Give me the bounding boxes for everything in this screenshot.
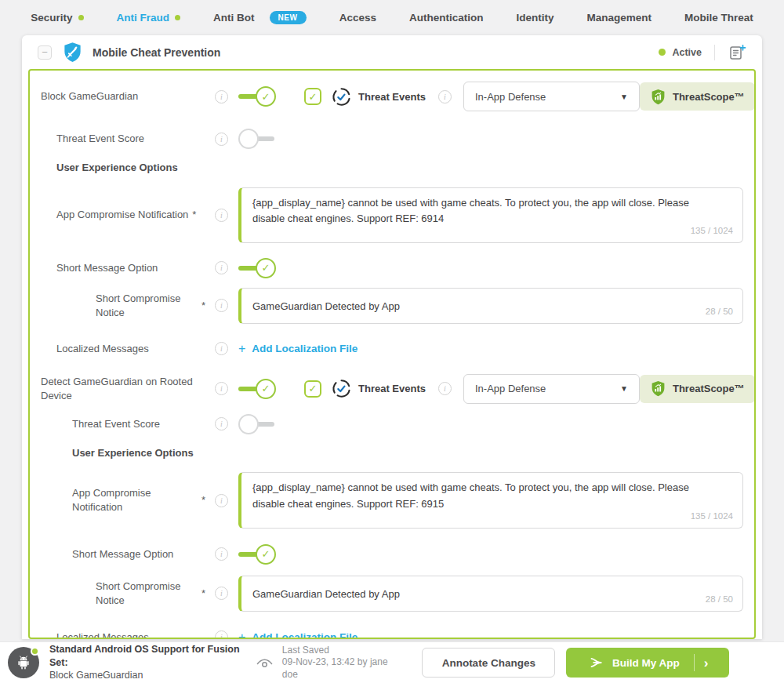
response-mode-dropdown[interactable]: In-App Defense bbox=[463, 82, 640, 111]
info-icon[interactable] bbox=[438, 90, 452, 104]
short-message-toggle[interactable] bbox=[238, 258, 276, 278]
divider bbox=[714, 45, 715, 60]
threat-events-checkbox[interactable] bbox=[304, 380, 321, 398]
green-status-dot bbox=[175, 15, 180, 20]
ux-options-heading: User Experience Options bbox=[41, 161, 743, 175]
short-notice-value: GameGuardian Detected by App bbox=[252, 588, 400, 600]
android-active-dot bbox=[31, 647, 39, 656]
info-icon[interactable] bbox=[215, 587, 228, 600]
nav-label: Anti Bot bbox=[213, 12, 254, 24]
fusion-set-subtitle: Block GameGuardian bbox=[49, 669, 255, 682]
action-footer: Standard Android OS Support for Fusion S… bbox=[0, 641, 784, 683]
notification-textarea[interactable]: {app_display_name} cannot be used with g… bbox=[238, 187, 743, 243]
info-icon[interactable] bbox=[215, 209, 228, 222]
threat-event-score-toggle[interactable] bbox=[238, 414, 276, 434]
nav-label: Security bbox=[31, 12, 72, 24]
short-message-option-row: Short Message Option bbox=[41, 258, 743, 278]
nav-item-mobile-threat[interactable]: Mobile Threat bbox=[684, 12, 753, 24]
nav-item-identity[interactable]: Identity bbox=[516, 12, 554, 24]
add-localization-link[interactable]: Add Localization File bbox=[238, 342, 358, 356]
chevron-down-icon bbox=[620, 384, 628, 393]
build-my-app-button[interactable]: Build My App bbox=[566, 648, 729, 678]
info-icon[interactable] bbox=[215, 261, 228, 274]
annotate-changes-button[interactable]: Annotate Changes bbox=[422, 648, 555, 678]
nav-label: Management bbox=[586, 12, 652, 24]
block-gameguardian-toggle[interactable] bbox=[238, 86, 276, 107]
info-icon[interactable] bbox=[215, 299, 228, 312]
nav-item-management[interactable]: Management bbox=[586, 12, 652, 24]
info-icon[interactable] bbox=[215, 342, 228, 355]
android-os-icon bbox=[8, 647, 39, 678]
threatscope-button[interactable]: ThreatScope™ bbox=[640, 375, 755, 403]
required-mark bbox=[192, 208, 196, 222]
short-message-toggle[interactable] bbox=[238, 544, 276, 565]
app-compromise-notification-row: App Compromise Notification {app_display… bbox=[41, 472, 743, 528]
response-mode-dropdown[interactable]: In-App Defense bbox=[463, 374, 640, 404]
new-badge: NEW bbox=[270, 11, 307, 24]
nav-item-security[interactable]: Security bbox=[31, 12, 83, 24]
nav-item-anti-fraud[interactable]: Anti Fraud bbox=[117, 12, 181, 24]
plus-icon bbox=[238, 342, 245, 356]
fusion-set-title: Standard Android OS Support for Fusion S… bbox=[49, 643, 255, 670]
page-title: Mobile Cheat Prevention bbox=[93, 46, 220, 59]
feature-row-block-gameguardian: Block GameGuardian Threat Events In-App … bbox=[41, 82, 743, 111]
info-icon[interactable] bbox=[215, 630, 228, 639]
threatscope-label: ThreatScope™ bbox=[673, 91, 745, 103]
info-icon[interactable] bbox=[215, 90, 228, 104]
field-label: Short Message Option bbox=[41, 261, 215, 275]
add-localization-link[interactable]: Add Localization File bbox=[238, 630, 358, 639]
notification-textarea[interactable]: {app_display_name} cannot be used with g… bbox=[238, 472, 743, 528]
copy-note-icon[interactable] bbox=[728, 43, 746, 62]
ux-options-heading: User Experience Options bbox=[41, 446, 743, 460]
link-label: Add Localization File bbox=[252, 631, 358, 639]
threat-events-label: Threat Events bbox=[358, 383, 426, 394]
notification-text: {app_display_name} cannot be used with g… bbox=[252, 197, 689, 224]
required-mark bbox=[201, 493, 215, 507]
nav-item-anti-bot[interactable]: Anti Bot NEW bbox=[213, 11, 307, 24]
threat-events-label: Threat Events bbox=[358, 91, 426, 103]
required-mark bbox=[201, 587, 215, 601]
short-compromise-notice-row: Short Compromise Notice GameGuardian Det… bbox=[41, 288, 743, 324]
field-label: Short Message Option bbox=[41, 547, 215, 561]
nav-label: Identity bbox=[516, 12, 554, 24]
chevron-down-icon bbox=[620, 93, 628, 101]
threatscope-shield-icon bbox=[650, 380, 666, 397]
notification-text: {app_display_name} cannot be used with g… bbox=[252, 481, 689, 509]
threat-events-checkbox[interactable] bbox=[304, 88, 321, 105]
field-label: Localized Messages bbox=[41, 630, 215, 639]
plus-icon bbox=[238, 630, 245, 639]
divider bbox=[694, 654, 695, 671]
build-label: Build My App bbox=[612, 657, 680, 669]
threat-event-score-toggle[interactable] bbox=[238, 129, 276, 149]
required-mark bbox=[201, 299, 215, 313]
info-icon[interactable] bbox=[215, 494, 228, 507]
threatscope-shield-icon bbox=[650, 89, 666, 105]
info-icon[interactable] bbox=[438, 382, 452, 395]
info-icon[interactable] bbox=[215, 417, 228, 431]
active-status-dot bbox=[659, 49, 666, 56]
collapse-button[interactable] bbox=[38, 45, 52, 60]
feature-label: Block GameGuardian bbox=[41, 89, 215, 104]
info-icon[interactable] bbox=[215, 547, 228, 561]
char-counter: 28 / 50 bbox=[706, 593, 733, 607]
detect-gameguardian-toggle[interactable] bbox=[238, 379, 276, 399]
nav-item-authentication[interactable]: Authentication bbox=[409, 12, 484, 24]
field-label: Threat Event Score bbox=[41, 417, 215, 431]
info-icon[interactable] bbox=[215, 133, 228, 146]
app-compromise-notification-row: App Compromise Notification {app_display… bbox=[41, 187, 743, 243]
preview-eye-icon bbox=[255, 653, 274, 673]
threatscope-button[interactable]: ThreatScope™ bbox=[640, 82, 755, 111]
field-label: Threat Event Score bbox=[41, 132, 215, 146]
char-counter: 135 / 1024 bbox=[691, 510, 733, 524]
feature-label: Detect GameGuardian on Rooted Device bbox=[41, 375, 215, 402]
dropdown-value: In-App Defense bbox=[475, 91, 546, 103]
info-icon[interactable] bbox=[215, 382, 228, 395]
field-label: App Compromise Notification bbox=[41, 486, 215, 514]
nav-label: Mobile Threat bbox=[684, 12, 753, 24]
short-notice-value: GameGuardian Detected by App bbox=[252, 300, 400, 312]
short-notice-input[interactable]: GameGuardian Detected by App 28 / 50 bbox=[238, 288, 743, 324]
field-label: Short Compromise Notice bbox=[41, 579, 215, 607]
short-notice-input[interactable]: GameGuardian Detected by App 28 / 50 bbox=[238, 576, 743, 612]
nav-item-access[interactable]: Access bbox=[339, 12, 376, 24]
field-label: Short Compromise Notice bbox=[41, 292, 215, 319]
